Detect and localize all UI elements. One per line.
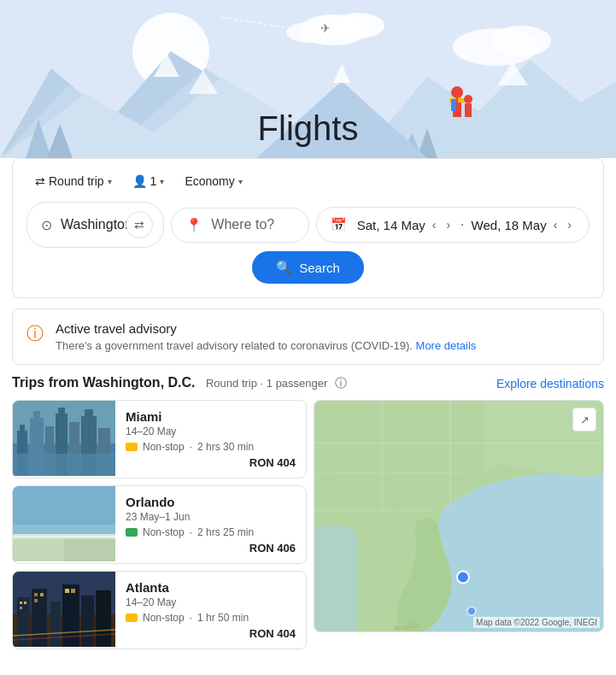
flight-badge-miami — [126, 443, 138, 451]
advisory-more-link[interactable]: More details — [416, 339, 477, 352]
page-title: Flights — [258, 109, 359, 148]
card-dates-orlando: 23 May–1 Jun — [126, 511, 296, 523]
card-flight-info-miami: Non-stop · 2 hrs 30 min — [126, 441, 296, 453]
flight-badge-orlando — [126, 528, 138, 537]
person-icon: 👤 — [132, 174, 147, 188]
svg-point-10 — [333, 13, 384, 38]
flight-card-atlanta[interactable]: Atlanta 14–20 May Non-stop · 1 hr 50 min… — [12, 571, 307, 649]
card-city-atlanta: Atlanta — [126, 580, 296, 595]
destination-input[interactable] — [211, 217, 294, 232]
trip-type-button[interactable]: ⇄ Round trip ▾ — [26, 169, 120, 193]
card-body-atlanta: Atlanta 14–20 May Non-stop · 1 hr 50 min… — [115, 572, 306, 649]
flight-badge-atlanta — [126, 613, 138, 622]
svg-point-22 — [464, 95, 472, 103]
svg-rect-59 — [40, 593, 44, 596]
origin-icon: ⊙ — [41, 217, 52, 233]
advisory-content: Active travel advisory There's a governm… — [56, 321, 476, 352]
card-flight-info-orlando: Non-stop · 2 hrs 25 min — [126, 526, 296, 538]
search-button[interactable]: 🔍 Search — [252, 251, 364, 284]
map-area: ↗ Map data ©2022 Google, INEGI — [314, 400, 604, 632]
passengers-label: 1 — [150, 174, 157, 188]
card-body-orlando: Orlando 23 May–1 Jun Non-stop · 2 hrs 25… — [115, 486, 306, 563]
svg-rect-23 — [465, 103, 472, 117]
return-next[interactable]: › — [564, 216, 575, 233]
search-section: ⇄ Round trip ▾ 👤 1 ▾ Economy ▾ ⊙ ⇄ 📍 📅 S… — [12, 158, 604, 298]
date-section: 📅 Sat, 14 May ‹ › · Wed, 18 May ‹ › — [316, 207, 590, 243]
swap-button[interactable]: ⇄ — [126, 211, 153, 238]
svg-rect-37 — [58, 408, 65, 414]
svg-point-18 — [451, 86, 463, 98]
svg-rect-49 — [64, 539, 115, 561]
inputs-row: ⊙ ⇄ 📍 📅 Sat, 14 May ‹ › · Wed, 18 May ‹ … — [26, 202, 590, 248]
swap-icon: ⇄ — [35, 174, 45, 188]
svg-rect-54 — [20, 602, 22, 604]
svg-rect-56 — [20, 607, 22, 609]
svg-rect-65 — [81, 596, 94, 647]
card-city-orlando: Orlando — [126, 495, 296, 509]
trips-subtitle: Round trip · 1 passenger — [206, 377, 327, 390]
search-options: ⇄ Round trip ▾ 👤 1 ▾ Economy ▾ — [26, 169, 590, 193]
svg-point-79 — [467, 607, 476, 615]
map-copyright: Map data ©2022 Google, INEGI — [473, 617, 600, 628]
card-price-miami: RON 404 — [126, 456, 296, 469]
svg-rect-47 — [13, 534, 115, 537]
trips-content: Miami 14–20 May Non-stop · 2 hrs 30 min … — [12, 400, 604, 656]
svg-rect-34 — [33, 411, 40, 418]
cabin-class-label: Economy — [185, 174, 234, 188]
trips-header-left: Trips from Washington, D.C. Round trip ·… — [12, 375, 347, 391]
hero-section: ✈ Flights — [0, 0, 616, 158]
card-dates-atlanta: 14–20 May — [126, 596, 296, 608]
search-btn-row: 🔍 Search — [26, 251, 590, 284]
advisory-icon: ⓘ — [26, 322, 44, 345]
flight-card-orlando[interactable]: Orlando 23 May–1 Jun Non-stop · 2 hrs 25… — [12, 485, 307, 564]
svg-rect-64 — [71, 589, 75, 593]
passengers-button[interactable]: 👤 1 ▾ — [124, 169, 173, 193]
card-price-orlando: RON 406 — [126, 542, 296, 555]
svg-point-72 — [394, 625, 402, 631]
map-expand-button[interactable]: ↗ — [572, 408, 596, 431]
destination-icon: 📍 — [185, 217, 202, 233]
svg-rect-55 — [24, 602, 26, 604]
return-prev[interactable]: ‹ — [550, 216, 561, 233]
trips-heading: Trips from Washington, D.C. — [12, 375, 196, 390]
card-flight-info-atlanta: Non-stop · 1 hr 50 min — [126, 612, 296, 624]
svg-point-13 — [491, 26, 551, 56]
origin-input[interactable] — [61, 217, 129, 232]
flight-cards: Miami 14–20 May Non-stop · 2 hrs 30 min … — [12, 400, 307, 656]
trip-type-chevron: ▾ — [108, 177, 112, 186]
card-price-atlanta: RON 404 — [126, 627, 296, 640]
trips-header: Trips from Washington, D.C. Round trip ·… — [12, 375, 604, 391]
svg-point-71 — [402, 625, 412, 631]
search-icon: 🔍 — [276, 260, 292, 275]
advisory-banner: ⓘ Active travel advisory There's a gover… — [12, 308, 604, 365]
calendar-icon: 📅 — [331, 217, 347, 232]
svg-rect-60 — [34, 599, 38, 602]
depart-prev[interactable]: ‹ — [429, 216, 440, 233]
svg-point-78 — [457, 572, 469, 584]
card-city-miami: Miami — [126, 409, 296, 424]
passengers-chevron: ▾ — [160, 177, 164, 186]
svg-rect-63 — [65, 589, 69, 593]
svg-rect-24 — [451, 99, 456, 111]
explore-link[interactable]: Explore destinations — [496, 377, 604, 390]
search-label: Search — [299, 261, 340, 275]
svg-rect-48 — [13, 539, 64, 561]
trips-section: Trips from Washington, D.C. Round trip ·… — [0, 375, 616, 656]
depart-next[interactable]: › — [443, 216, 454, 233]
return-date: Wed, 18 May — [472, 218, 547, 232]
svg-rect-61 — [50, 602, 61, 647]
svg-text:✈: ✈ — [320, 21, 331, 35]
date-divider: · — [461, 217, 464, 232]
destination-input-group[interactable]: 📍 — [171, 208, 308, 243]
trip-type-label: Round trip — [49, 174, 104, 188]
map-svg — [314, 401, 603, 631]
trips-info-icon[interactable]: ⓘ — [335, 376, 347, 390]
advisory-title: Active travel advisory — [56, 321, 476, 336]
origin-input-group[interactable]: ⊙ ⇄ — [26, 202, 164, 248]
svg-rect-42 — [13, 454, 115, 476]
svg-rect-32 — [20, 425, 25, 431]
flight-card-miami[interactable]: Miami 14–20 May Non-stop · 2 hrs 30 min … — [12, 400, 307, 478]
svg-rect-40 — [85, 409, 93, 416]
svg-rect-21 — [458, 98, 465, 103]
cabin-class-button[interactable]: Economy ▾ — [176, 169, 250, 193]
